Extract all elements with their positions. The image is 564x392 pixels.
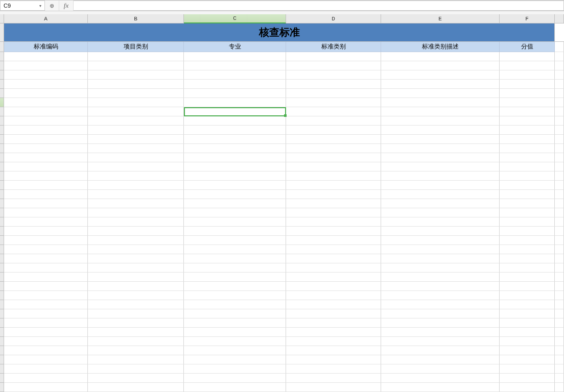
cell[interactable] — [4, 126, 88, 135]
row-stub[interactable] — [0, 227, 4, 236]
row-stub[interactable] — [0, 245, 4, 254]
cell[interactable] — [500, 245, 555, 254]
cell[interactable] — [184, 245, 286, 254]
blank-cell[interactable] — [555, 227, 564, 236]
blank-cell[interactable] — [555, 153, 564, 162]
cell[interactable] — [4, 162, 88, 172]
blank-cell[interactable] — [555, 337, 564, 346]
row-stub[interactable] — [0, 273, 4, 282]
blank-cell[interactable] — [555, 126, 564, 135]
blank-cell[interactable] — [555, 23, 564, 42]
cell[interactable] — [381, 181, 500, 190]
cell[interactable] — [88, 346, 184, 355]
row-stub[interactable] — [0, 309, 4, 318]
blank-cell[interactable] — [555, 98, 564, 107]
cell[interactable] — [286, 227, 381, 236]
table-header-cell[interactable]: 项目类别 — [88, 42, 184, 52]
blank-cell[interactable] — [555, 263, 564, 273]
blank-cell[interactable] — [555, 364, 564, 374]
cell[interactable] — [88, 199, 184, 208]
cell[interactable] — [500, 374, 555, 383]
cell[interactable] — [286, 153, 381, 162]
blank-cell[interactable] — [555, 236, 564, 245]
cell[interactable] — [381, 309, 500, 318]
column-header-B[interactable]: B — [88, 14, 184, 23]
cell[interactable] — [381, 190, 500, 199]
cell[interactable] — [184, 199, 286, 208]
row-stub[interactable] — [0, 374, 4, 383]
column-header-F[interactable]: F — [500, 14, 555, 23]
cell[interactable] — [88, 364, 184, 374]
cell[interactable] — [184, 227, 286, 236]
cell[interactable] — [184, 126, 286, 135]
cell[interactable] — [4, 98, 88, 107]
cell[interactable] — [88, 245, 184, 254]
row-stub[interactable] — [0, 144, 4, 153]
cell[interactable] — [381, 199, 500, 208]
blank-cell[interactable] — [555, 190, 564, 199]
cell[interactable] — [184, 328, 286, 337]
blank-cell[interactable] — [555, 383, 564, 392]
cell[interactable] — [381, 80, 500, 89]
cell[interactable] — [381, 162, 500, 172]
cell[interactable] — [286, 309, 381, 318]
blank-cell[interactable] — [555, 245, 564, 254]
cell[interactable] — [184, 355, 286, 364]
table-header-cell[interactable]: 专业 — [184, 42, 286, 52]
row-stub[interactable] — [0, 153, 4, 162]
cell[interactable] — [88, 355, 184, 364]
cell[interactable] — [4, 107, 88, 116]
select-all-corner[interactable] — [0, 14, 4, 23]
zoom-icon[interactable]: ⊕ — [45, 1, 59, 11]
cell[interactable] — [88, 318, 184, 328]
cell[interactable] — [286, 254, 381, 263]
cell[interactable] — [500, 153, 555, 162]
cell[interactable] — [4, 273, 88, 282]
cell[interactable] — [4, 374, 88, 383]
row-stub[interactable] — [0, 116, 4, 126]
cell[interactable] — [381, 52, 500, 61]
cell[interactable] — [286, 337, 381, 346]
cell[interactable] — [500, 337, 555, 346]
cell[interactable] — [88, 236, 184, 245]
cell[interactable] — [381, 245, 500, 254]
cell[interactable] — [184, 61, 286, 70]
row-stub[interactable] — [0, 135, 4, 144]
cell[interactable] — [184, 116, 286, 126]
cell[interactable] — [88, 135, 184, 144]
cell[interactable] — [4, 337, 88, 346]
blank-cell[interactable] — [555, 61, 564, 70]
blank-cell[interactable] — [555, 52, 564, 61]
cell[interactable] — [381, 61, 500, 70]
blank-cell[interactable] — [555, 135, 564, 144]
cell[interactable] — [88, 217, 184, 227]
blank-cell[interactable] — [555, 208, 564, 217]
cell[interactable] — [500, 70, 555, 80]
blank-cell[interactable] — [555, 374, 564, 383]
cell[interactable] — [4, 346, 88, 355]
row-stub[interactable] — [0, 300, 4, 309]
blank-cell[interactable] — [555, 273, 564, 282]
blank-cell[interactable] — [555, 89, 564, 98]
cell[interactable] — [88, 126, 184, 135]
cell[interactable] — [500, 172, 555, 181]
cell[interactable] — [4, 190, 88, 199]
cell[interactable] — [381, 318, 500, 328]
cell[interactable] — [88, 89, 184, 98]
cell[interactable] — [381, 383, 500, 392]
cell[interactable] — [184, 181, 286, 190]
cell[interactable] — [184, 52, 286, 61]
cell[interactable] — [286, 135, 381, 144]
cell[interactable] — [286, 107, 381, 116]
cell[interactable] — [184, 89, 286, 98]
cell[interactable] — [4, 61, 88, 70]
cell[interactable] — [500, 227, 555, 236]
cell[interactable] — [381, 153, 500, 162]
cell[interactable] — [381, 144, 500, 153]
cell[interactable] — [88, 190, 184, 199]
cell[interactable] — [184, 144, 286, 153]
row-stub[interactable] — [0, 70, 4, 80]
blank-cell[interactable] — [555, 116, 564, 126]
cell[interactable] — [4, 80, 88, 89]
row-stub[interactable] — [0, 162, 4, 172]
